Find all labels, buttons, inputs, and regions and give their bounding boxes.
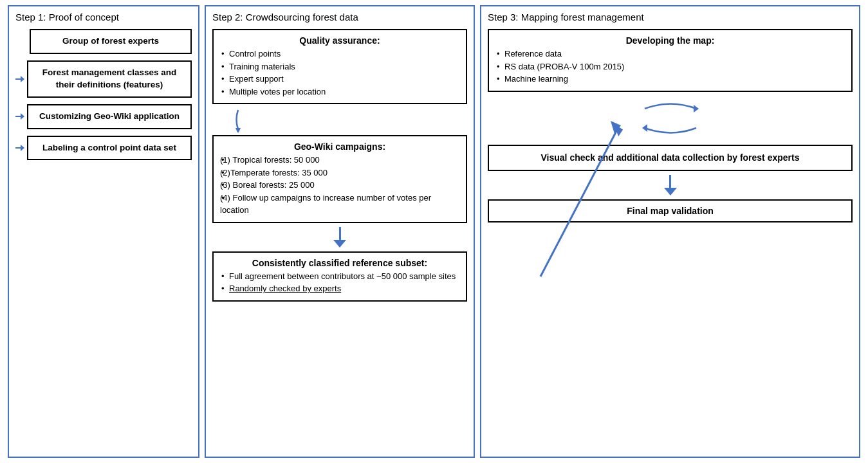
- down-arrow-line: [339, 227, 341, 240]
- step1-row-0: Group of forest experts: [15, 29, 192, 54]
- down-arrow-head: [333, 240, 346, 248]
- geo-wiki-campaigns-box: Geo-Wiki campaigns: (1) Tropical forests…: [212, 135, 467, 223]
- campaigns-list: (1) Tropical forests: 50 000 (2)Temperat…: [220, 154, 459, 217]
- visual-check-box: Visual check and additional data collect…: [488, 145, 853, 171]
- step1-arrow-3: [15, 143, 24, 152]
- qa-item-3: Multiple votes per location: [220, 86, 459, 98]
- dev-item-0: Reference data: [495, 48, 845, 60]
- developing-list: Reference data RS data (PROBA-V 100m 201…: [495, 48, 845, 86]
- arrow-right-icon-3: [15, 143, 24, 152]
- diagram-wrapper: Step 1: Proof of concept Group of forest…: [0, 0, 868, 463]
- arrow-right-icon-1: [15, 75, 24, 84]
- reference-subset-title: Consistently classified reference subset…: [220, 258, 459, 268]
- columns-row: Step 1: Proof of concept Group of forest…: [0, 0, 868, 463]
- step3-column: Step 3: Mapping forest management Develo…: [480, 5, 860, 458]
- developing-map-box: Developing the map: Reference data RS da…: [488, 29, 853, 92]
- step1-box-labeling: Labeling a control point data set: [27, 136, 192, 161]
- curved-arrow-svg: [232, 107, 270, 132]
- step1-box-customizing: Customizing Geo-Wiki application: [27, 104, 192, 129]
- step1-column: Step 1: Proof of concept Group of forest…: [8, 5, 199, 458]
- quality-assurance-list: Control points Training materials Expert…: [220, 48, 459, 98]
- svg-marker-0: [235, 128, 241, 132]
- step2-down-arrow: [333, 227, 346, 248]
- qa-item-1: Training materials: [220, 60, 459, 73]
- cycle-arrows-svg: [632, 96, 709, 141]
- dev-item-1: RS data (PROBA-V 100m 2015): [495, 60, 845, 73]
- campaign-item-1: (2)Temperate forests: 35 000: [220, 167, 459, 179]
- quality-assurance-box: Quality assurance: Control points Traini…: [212, 29, 467, 104]
- step1-title: Step 1: Proof of concept: [15, 12, 192, 23]
- step2-column: Step 2: Crowdsourcing forest data Qualit…: [205, 5, 475, 458]
- svg-marker-2: [642, 124, 647, 132]
- arrow-right-icon-2: [15, 112, 24, 121]
- final-map-text: Final map validation: [495, 206, 845, 216]
- curved-arrow-area: [232, 107, 467, 132]
- step3-items: Developing the map: Reference data RS da…: [488, 29, 853, 451]
- step3-down-arrow: [664, 175, 677, 195]
- step3-down-arrow-head: [664, 188, 677, 195]
- campaign-item-2: (3) Boreal forests: 25 000: [220, 179, 459, 192]
- step1-row-2: Customizing Geo-Wiki application: [15, 104, 192, 129]
- step1-row-1: Forest management classes and their defi…: [15, 60, 192, 98]
- final-map-box: Final map validation: [488, 199, 853, 222]
- campaign-item-3: (4) Follow up campaigns to increase numb…: [220, 192, 459, 217]
- geo-wiki-campaigns-title: Geo-Wiki campaigns:: [220, 141, 459, 152]
- step1-items: Group of forest experts Forest managemen…: [15, 29, 192, 451]
- step1-box-group-forest-experts: Group of forest experts: [30, 29, 192, 54]
- step2-title: Step 2: Crowdsourcing forest data: [212, 12, 467, 23]
- quality-assurance-title: Quality assurance:: [220, 35, 459, 46]
- qa-item-0: Control points: [220, 48, 459, 60]
- cycle-arrows-container: [488, 96, 853, 141]
- step1-row-3: Labeling a control point data set: [15, 136, 192, 161]
- step2-items: Quality assurance: Control points Traini…: [212, 29, 467, 451]
- developing-map-title: Developing the map:: [495, 35, 845, 46]
- ref-item-1: Randomly checked by experts: [220, 282, 459, 295]
- campaign-item-0: (1) Tropical forests: 50 000: [220, 154, 459, 167]
- ref-item-0: Full agreement between contributors at ~…: [220, 270, 459, 283]
- step1-arrow-1: [15, 75, 24, 84]
- step1-arrow-2: [15, 112, 24, 121]
- reference-list: Full agreement between contributors at ~…: [220, 270, 459, 295]
- dev-item-2: Machine learning: [495, 73, 845, 86]
- step3-down-arrow-line: [669, 175, 671, 188]
- qa-item-2: Expert support: [220, 73, 459, 86]
- step1-box-forest-management: Forest management classes and their defi…: [27, 60, 192, 98]
- svg-marker-1: [694, 105, 699, 113]
- visual-check-text: Visual check and additional data collect…: [495, 151, 845, 165]
- reference-subset-box: Consistently classified reference subset…: [212, 251, 467, 302]
- step3-title: Step 3: Mapping forest management: [488, 12, 853, 23]
